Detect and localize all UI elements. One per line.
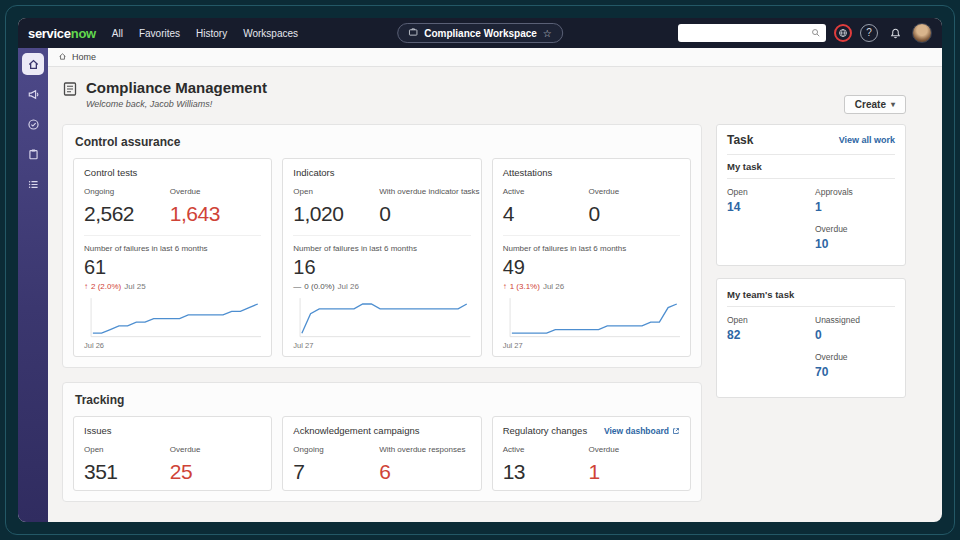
stat-value[interactable]: 2,562 bbox=[84, 202, 164, 226]
view-dashboard-link[interactable]: View dashboard bbox=[604, 426, 680, 436]
task-label: Overdue bbox=[815, 352, 895, 362]
stat-label: With overdue responses bbox=[379, 445, 477, 454]
task-count-link[interactable]: 82 bbox=[727, 328, 807, 342]
task-count-link[interactable]: 14 bbox=[727, 200, 807, 214]
task-count-link[interactable]: 70 bbox=[815, 365, 895, 379]
tracking-section: Tracking Issues Open Overdue 351 25 bbox=[62, 382, 702, 502]
stat-value[interactable]: 351 bbox=[84, 460, 164, 484]
stat-value[interactable]: 7 bbox=[293, 460, 373, 484]
stat-value-overdue[interactable]: 6 bbox=[379, 460, 477, 484]
card-title: Acknowledgement campaigns bbox=[293, 425, 419, 436]
control-tests-card[interactable]: Control tests Ongoing Overdue 2,562 1,64… bbox=[73, 158, 272, 357]
search-input[interactable] bbox=[683, 27, 811, 39]
workspace-switcher[interactable]: Compliance Workspace ☆ bbox=[397, 23, 563, 43]
nav-item-workspaces[interactable]: Workspaces bbox=[243, 28, 298, 39]
stat-label: Open bbox=[293, 187, 373, 196]
task-card-title: Task bbox=[727, 133, 753, 147]
failures-label: Number of failures in last 6 months bbox=[293, 244, 470, 253]
stat-label: Overdue bbox=[588, 187, 686, 196]
view-dashboard-label: View dashboard bbox=[604, 426, 669, 436]
card-title: Indicators bbox=[293, 167, 334, 178]
trend: ↑ 2 (2.0%) Jul 25 bbox=[84, 282, 261, 291]
top-nav-menu: All Favorites History Workspaces bbox=[112, 28, 298, 39]
stat-label: Active bbox=[503, 187, 583, 196]
task-label: Open bbox=[727, 187, 807, 197]
issues-card[interactable]: Issues Open Overdue 351 25 bbox=[73, 416, 272, 491]
home-icon bbox=[27, 58, 40, 71]
trend: ↑ 1 (3.1%) Jul 26 bbox=[503, 282, 680, 291]
logo-text-service: service bbox=[28, 26, 71, 41]
stat-value[interactable]: 4 bbox=[503, 202, 583, 226]
breadcrumb: Home bbox=[48, 48, 942, 67]
stat-value[interactable]: 1,020 bbox=[293, 202, 373, 226]
indicators-card[interactable]: Indicators Open With overdue indicator t… bbox=[282, 158, 481, 357]
stat-value[interactable]: 0 bbox=[379, 202, 477, 226]
workspace-label: Compliance Workspace bbox=[424, 28, 537, 39]
breadcrumb-home-icon bbox=[58, 52, 67, 63]
create-button[interactable]: Create ▾ bbox=[844, 95, 906, 114]
card-title: Regulatory changes bbox=[503, 425, 588, 436]
stat-label: Overdue bbox=[170, 445, 268, 454]
team-task-card: My team's task Open 82 Unassigned 0 bbox=[716, 278, 906, 398]
sidebar-item-attestations[interactable] bbox=[22, 113, 44, 135]
page-header: Compliance Management Welcome back, Jaco… bbox=[62, 73, 906, 124]
breadcrumb-home[interactable]: Home bbox=[72, 52, 96, 62]
nav-item-all[interactable]: All bbox=[112, 28, 123, 39]
view-all-work-link[interactable]: View all work bbox=[839, 135, 895, 145]
indicators-sparkline bbox=[293, 297, 470, 339]
list-icon bbox=[27, 178, 40, 191]
welcome-message: Welcome back, Jacob Williams! bbox=[86, 99, 267, 109]
sidebar-item-announcements[interactable] bbox=[22, 83, 44, 105]
regulatory-changes-card[interactable]: Regulatory changes View dashboard Active bbox=[492, 416, 691, 491]
nav-item-history[interactable]: History bbox=[196, 28, 227, 39]
my-task-open: Open 14 bbox=[727, 187, 807, 214]
logo-text-now: now bbox=[71, 26, 96, 41]
task-count-link[interactable]: 1 bbox=[815, 200, 895, 214]
avatar[interactable] bbox=[912, 23, 932, 43]
stat-value[interactable]: 0 bbox=[588, 202, 686, 226]
failures-value: 61 bbox=[84, 256, 261, 279]
stat-label: Overdue bbox=[588, 445, 686, 454]
chevron-down-icon: ▾ bbox=[891, 100, 895, 109]
star-icon[interactable]: ☆ bbox=[543, 28, 552, 39]
bell-icon[interactable] bbox=[886, 24, 904, 42]
main-content: Compliance Management Welcome back, Jaco… bbox=[48, 67, 942, 522]
nav-item-favorites[interactable]: Favorites bbox=[139, 28, 180, 39]
stat-value[interactable]: 13 bbox=[503, 460, 583, 484]
my-task-approvals: Approvals 1 bbox=[815, 187, 895, 214]
acknowledgement-campaigns-card[interactable]: Acknowledgement campaigns Ongoing With o… bbox=[282, 416, 481, 491]
axis-label: Jul 26 bbox=[84, 341, 261, 350]
left-sidebar bbox=[18, 48, 48, 522]
task-card: Task View all work My task Open 14 bbox=[716, 124, 906, 266]
stat-label: Ongoing bbox=[293, 445, 373, 454]
task-count-link[interactable]: 0 bbox=[815, 328, 895, 342]
search-icon bbox=[811, 24, 821, 42]
stat-label: Overdue bbox=[170, 187, 268, 196]
stat-value-overdue[interactable]: 1 bbox=[588, 460, 686, 484]
compliance-doc-icon bbox=[62, 81, 78, 101]
sidebar-item-list[interactable] bbox=[22, 173, 44, 195]
trend-text: 2 (2.0%) bbox=[91, 282, 121, 291]
task-rail: Task View all work My task Open 14 bbox=[716, 124, 906, 398]
task-count-link[interactable]: 10 bbox=[815, 237, 895, 251]
globe-icon[interactable] bbox=[834, 24, 852, 42]
my-task-overdue: Overdue 10 bbox=[815, 224, 895, 251]
failures-label: Number of failures in last 6 months bbox=[84, 244, 261, 253]
team-task-subtitle: My team's task bbox=[727, 287, 895, 307]
trend-date: Jul 26 bbox=[338, 282, 359, 291]
attestations-card[interactable]: Attestations Active Overdue 4 0 Number o… bbox=[492, 158, 691, 357]
app-window: servicenow All Favorites History Workspa… bbox=[18, 18, 942, 522]
trend: — 0 (0.0%) Jul 26 bbox=[293, 282, 470, 291]
control-assurance-title: Control assurance bbox=[75, 135, 691, 149]
card-title: Control tests bbox=[84, 167, 137, 178]
stat-value-overdue[interactable]: 1,643 bbox=[170, 202, 268, 226]
help-icon[interactable]: ? bbox=[860, 24, 878, 42]
task-label: Approvals bbox=[815, 187, 895, 197]
trend-text: 0 (0.0%) bbox=[304, 282, 334, 291]
sidebar-item-clipboard[interactable] bbox=[22, 143, 44, 165]
stat-value-overdue[interactable]: 25 bbox=[170, 460, 268, 484]
sidebar-item-home[interactable] bbox=[22, 53, 44, 75]
clipboard-icon bbox=[27, 148, 40, 161]
servicenow-logo[interactable]: servicenow bbox=[28, 26, 96, 41]
global-search[interactable] bbox=[678, 24, 826, 42]
